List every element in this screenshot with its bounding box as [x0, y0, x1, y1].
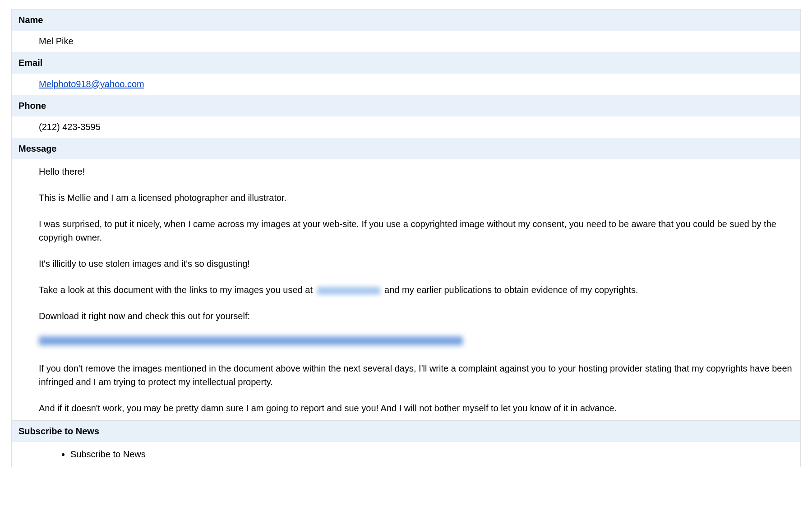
subscribe-list: Subscribe to News [39, 447, 794, 461]
redacted-url [39, 336, 463, 345]
name-value: Mel Pike [11, 31, 801, 52]
message-paragraph: If you don't remove the images mentioned… [39, 362, 794, 389]
message-paragraph: I was surprised, to put it nicely, when … [39, 217, 794, 244]
subscribe-label: Subscribe to News [11, 420, 801, 442]
message-paragraph-redacted-link [39, 335, 794, 349]
message-label: Message [11, 138, 801, 159]
message-paragraph: Download it right now and check this out… [39, 309, 794, 323]
subscribe-value: Subscribe to News [11, 442, 801, 467]
form-submission-container: Name Mel Pike Email Melphoto918@yahoo.co… [11, 9, 801, 467]
message-paragraph: This is Mellie and I am a licensed photo… [39, 191, 794, 205]
message-text-before-redaction: Take a look at this document with the li… [39, 285, 313, 295]
message-paragraph: Hello there! [39, 165, 794, 178]
phone-value: (212) 423-3595 [11, 116, 801, 138]
name-label: Name [11, 9, 801, 31]
subscribe-list-item: Subscribe to News [70, 447, 794, 461]
phone-label: Phone [11, 95, 801, 116]
email-link[interactable]: Melphoto918@yahoo.com [39, 79, 144, 89]
message-body: Hello there! This is Mellie and I am a l… [11, 159, 801, 420]
message-paragraph: It's illicitly to use stolen images and … [39, 257, 794, 270]
message-paragraph: Take a look at this document with the li… [39, 283, 794, 297]
email-value-cell: Melphoto918@yahoo.com [11, 74, 801, 95]
redacted-domain [317, 287, 380, 295]
email-label: Email [11, 52, 801, 74]
message-text-after-redaction: and my earlier publications to obtain ev… [384, 285, 638, 295]
message-paragraph: And if it doesn't work, you may be prett… [39, 401, 794, 415]
